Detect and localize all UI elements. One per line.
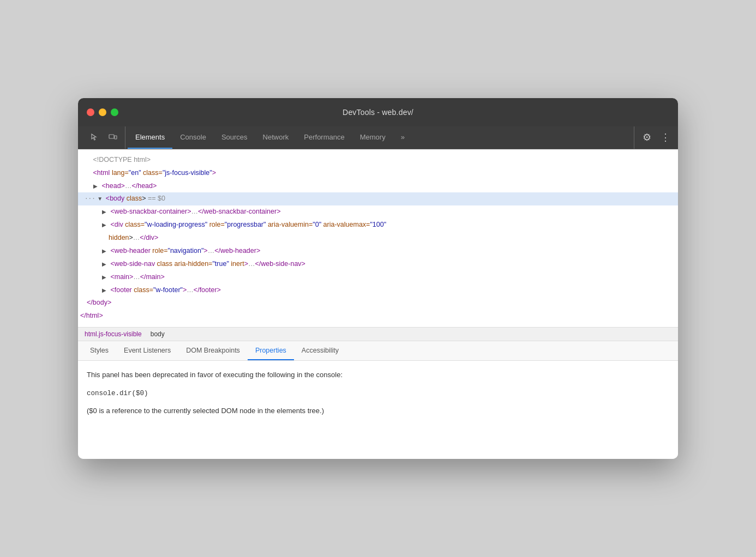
- dom-line-body-close[interactable]: </body>: [78, 296, 678, 310]
- collapse-main-arrow[interactable]: [102, 273, 109, 282]
- tab-network[interactable]: Network: [255, 126, 297, 149]
- tab-performance[interactable]: Performance: [296, 126, 352, 149]
- svg-rect-1: [115, 136, 117, 139]
- dom-line-html[interactable]: <html lang="en" class="js-focus-visible"…: [78, 167, 678, 180]
- tab-properties[interactable]: Properties: [248, 341, 294, 360]
- dom-line-loading-progress-cont[interactable]: hidden>…</div>: [78, 232, 678, 245]
- dom-line-body[interactable]: ··· <body class> == $0: [78, 192, 678, 205]
- tab-elements[interactable]: Elements: [128, 126, 172, 149]
- collapse-head-arrow[interactable]: [93, 181, 100, 191]
- collapse-loading-arrow[interactable]: [102, 220, 109, 230]
- dom-line-doctype[interactable]: <!DOCTYPE html>: [78, 154, 678, 167]
- arrow-spacer: [85, 168, 91, 178]
- devtools-tabbar: Elements Console Sources Network Perform…: [78, 126, 678, 149]
- inspect-element-button[interactable]: [87, 130, 102, 145]
- breadcrumb-html[interactable]: html.js-focus-visible: [85, 330, 142, 338]
- breadcrumb-bar: html.js-focus-visible body: [78, 327, 678, 341]
- toolbar-icons: [82, 126, 125, 149]
- dom-line-footer[interactable]: <footer class="w-footer">…</footer>: [78, 284, 678, 297]
- tab-sources[interactable]: Sources: [214, 126, 255, 149]
- dom-line-head[interactable]: <head>…</head>: [78, 180, 678, 193]
- traffic-lights: [87, 108, 118, 116]
- collapse-sidenav-arrow[interactable]: [102, 259, 109, 269]
- dom-line-web-side-nav[interactable]: <web-side-nav class aria-hidden="true" i…: [78, 258, 678, 271]
- dom-line-html-close[interactable]: </html>: [78, 310, 678, 323]
- dom-line-web-header[interactable]: <web-header role="navigation">…</web-hea…: [78, 245, 678, 258]
- maximize-button[interactable]: [111, 108, 118, 116]
- tab-memory[interactable]: Memory: [352, 126, 393, 149]
- settings-button[interactable]: ⚙: [639, 129, 655, 146]
- minimize-button[interactable]: [99, 108, 106, 116]
- device-icon: [109, 133, 117, 142]
- dom-line-main[interactable]: <main>…</main>: [78, 271, 678, 284]
- settings-icon: ⚙: [643, 131, 651, 143]
- code-example: console.dir($0): [87, 390, 148, 397]
- tab-more[interactable]: »: [393, 126, 412, 149]
- arrow-spacer: [85, 155, 91, 165]
- tabbar-right-controls: ⚙ ⋮: [634, 126, 674, 149]
- expand-body-arrow[interactable]: [97, 194, 104, 204]
- svg-rect-0: [109, 135, 114, 138]
- tab-console[interactable]: Console: [172, 126, 214, 149]
- note-text: ($0 is a reference to the currently sele…: [87, 405, 669, 417]
- dom-line-loading-progress[interactable]: <div class="w-loading-progress" role="pr…: [78, 219, 678, 232]
- properties-panel-content: This panel has been deprecated in favor …: [78, 361, 678, 459]
- more-options-button[interactable]: ⋮: [657, 129, 674, 146]
- deprecation-message: This panel has been deprecated in favor …: [87, 370, 669, 381]
- lower-panel-tabs: Styles Event Listeners DOM Breakpoints P…: [78, 341, 678, 361]
- more-icon: ⋮: [661, 131, 670, 143]
- dom-line-snackbar[interactable]: <web-snackbar-container>…</web-snackbar-…: [78, 205, 678, 219]
- devtools-window: DevTools - web.dev/ Elements Console So: [78, 98, 678, 459]
- tab-event-listeners[interactable]: Event Listeners: [116, 341, 178, 360]
- collapse-snackbar-arrow[interactable]: [102, 207, 109, 217]
- breadcrumb-body: body: [151, 330, 165, 338]
- tab-dom-breakpoints[interactable]: DOM Breakpoints: [178, 341, 248, 360]
- collapse-footer-arrow[interactable]: [102, 286, 109, 295]
- close-button[interactable]: [87, 108, 94, 116]
- window-title: DevTools - web.dev/: [343, 108, 413, 117]
- titlebar: DevTools - web.dev/: [78, 98, 678, 126]
- collapse-header-arrow[interactable]: [102, 246, 109, 256]
- tab-accessibility[interactable]: Accessibility: [294, 341, 346, 360]
- device-toolbar-button[interactable]: [105, 130, 121, 145]
- tab-styles[interactable]: Styles: [82, 341, 116, 360]
- dom-tree: <!DOCTYPE html> <html lang="en" class="j…: [78, 149, 678, 327]
- cursor-icon: [90, 133, 99, 142]
